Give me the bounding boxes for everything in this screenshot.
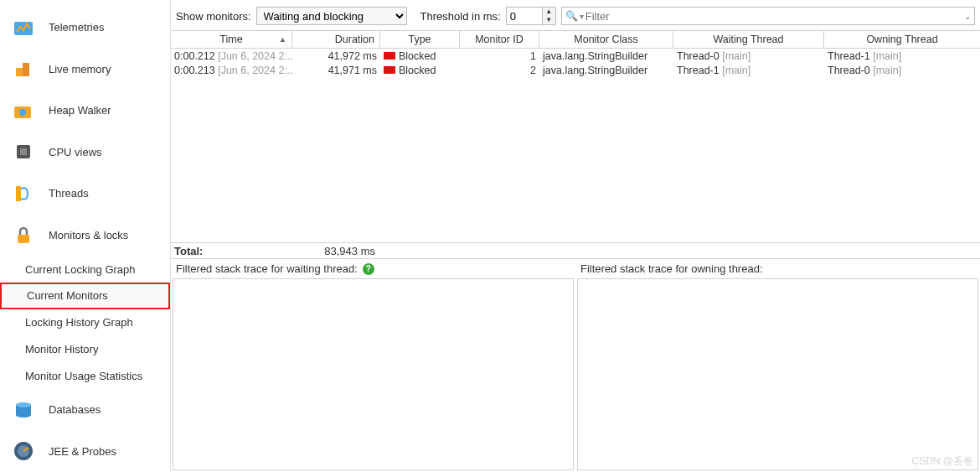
- sidebar-sub-label: Current Locking Graph: [25, 263, 136, 276]
- blocked-status-icon: [384, 66, 395, 74]
- waiting-stack-label: Filtered stack trace for waiting thread:: [176, 262, 358, 275]
- sidebar-sub-locking-history-graph[interactable]: Locking History Graph: [0, 309, 170, 336]
- sidebar-sub-current-locking-graph[interactable]: Current Locking Graph: [0, 256, 170, 283]
- total-row: Total: 83,943 ms: [171, 242, 980, 259]
- threads-icon: [12, 182, 35, 205]
- table-header: Time▲ Duration Type Monitor ID Monitor C…: [171, 30, 980, 49]
- sidebar-sub-current-monitors[interactable]: Current Monitors: [0, 283, 170, 309]
- live-memory-icon: [12, 57, 35, 80]
- sidebar-item-cpu-views[interactable]: CPU views: [0, 132, 170, 174]
- help-icon[interactable]: ?: [363, 263, 374, 275]
- telemetries-icon: [12, 16, 35, 39]
- owning-stack-label: Filtered stack trace for owning thread:: [580, 262, 763, 275]
- th-monitor-id[interactable]: Monitor ID: [460, 31, 539, 48]
- sidebar-item-label: Threads: [49, 187, 89, 200]
- probe-icon: [12, 439, 35, 463]
- sidebar-item-label: Databases: [49, 403, 101, 416]
- svg-rect-8: [18, 235, 29, 243]
- filter-box: 🔍▾ ⌄: [561, 7, 975, 25]
- svg-point-4: [19, 109, 26, 116]
- toolbar: Show monitors: Waiting and blocking Thre…: [171, 0, 980, 30]
- sidebar-item-heap-walker[interactable]: Heap Walker: [0, 90, 170, 132]
- sidebar-sub-monitor-history[interactable]: Monitor History: [0, 335, 170, 362]
- sidebar-sub-label: Locking History Graph: [25, 316, 133, 329]
- lock-icon: [12, 224, 35, 247]
- show-monitors-label: Show monitors:: [176, 10, 251, 23]
- sidebar-item-label: Monitors & locks: [49, 229, 128, 241]
- sidebar: Telemetries Live memory Heap Walker CPU …: [0, 0, 171, 472]
- sidebar-sub-monitor-usage-statistics[interactable]: Monitor Usage Statistics: [0, 362, 170, 389]
- sidebar-item-live-memory[interactable]: Live memory: [0, 49, 170, 91]
- spin-down[interactable]: ▼: [543, 16, 555, 24]
- show-monitors-select[interactable]: Waiting and blocking: [256, 7, 407, 25]
- th-duration[interactable]: Duration: [292, 31, 380, 48]
- stack-trace-headers: Filtered stack trace for waiting thread:…: [171, 259, 980, 278]
- sidebar-item-threads[interactable]: Threads: [0, 173, 170, 215]
- sidebar-item-label: Heap Walker: [49, 104, 111, 117]
- spin-up[interactable]: ▲: [543, 8, 555, 16]
- filter-input[interactable]: [584, 9, 964, 23]
- svg-point-10: [16, 402, 31, 407]
- sidebar-item-monitors-locks[interactable]: Monitors & locks: [0, 215, 170, 257]
- svg-rect-2: [23, 63, 29, 76]
- sidebar-item-label: Telemetries: [49, 21, 104, 34]
- th-monitor-class[interactable]: Monitor Class: [539, 31, 673, 48]
- table-body: 0:00.212 [Jun 6, 2024 2:... 41,972 ms Bl…: [171, 49, 980, 242]
- sidebar-item-databases[interactable]: Databases: [0, 389, 170, 431]
- total-label: Total:: [171, 245, 292, 257]
- svg-rect-1: [16, 68, 23, 76]
- sidebar-sub-label: Monitor History: [25, 343, 98, 355]
- sidebar-item-label: JEE & Probes: [49, 445, 116, 458]
- sidebar-sub-label: Monitor Usage Statistics: [25, 370, 142, 382]
- sidebar-item-label: CPU views: [49, 146, 102, 158]
- table-row[interactable]: 0:00.213 [Jun 6, 2024 2:... 41,971 ms Bl…: [171, 63, 980, 77]
- database-icon: [12, 398, 35, 422]
- sidebar-sub-label: Current Monitors: [27, 289, 108, 302]
- heap-walker-icon: [12, 99, 35, 122]
- sidebar-item-jee-probes[interactable]: JEE & Probes: [0, 430, 170, 472]
- cpu-icon: [12, 140, 35, 163]
- th-time[interactable]: Time▲: [171, 31, 292, 48]
- table-row[interactable]: 0:00.212 [Jun 6, 2024 2:... 41,972 ms Bl…: [171, 49, 980, 63]
- blocked-status-icon: [384, 52, 395, 60]
- threshold-input[interactable]: [506, 7, 543, 25]
- sort-asc-icon: ▲: [279, 35, 286, 44]
- th-waiting-thread[interactable]: Waiting Thread: [673, 31, 824, 48]
- main-panel: Show monitors: Waiting and blocking Thre…: [171, 0, 980, 472]
- threshold-label: Threshold in ms:: [420, 10, 501, 23]
- sidebar-item-telemetries[interactable]: Telemetries: [0, 7, 170, 49]
- th-owning-thread[interactable]: Owning Thread: [824, 31, 980, 48]
- svg-rect-6: [20, 148, 27, 155]
- sidebar-item-label: Live memory: [49, 63, 111, 75]
- svg-rect-7: [16, 186, 21, 201]
- waiting-stack-box[interactable]: [173, 278, 574, 470]
- filter-dropdown-icon[interactable]: ⌄: [964, 12, 971, 21]
- total-duration: 83,943 ms: [292, 245, 380, 257]
- owning-stack-box[interactable]: [577, 278, 978, 470]
- search-icon: 🔍: [565, 10, 578, 22]
- th-type[interactable]: Type: [380, 31, 460, 48]
